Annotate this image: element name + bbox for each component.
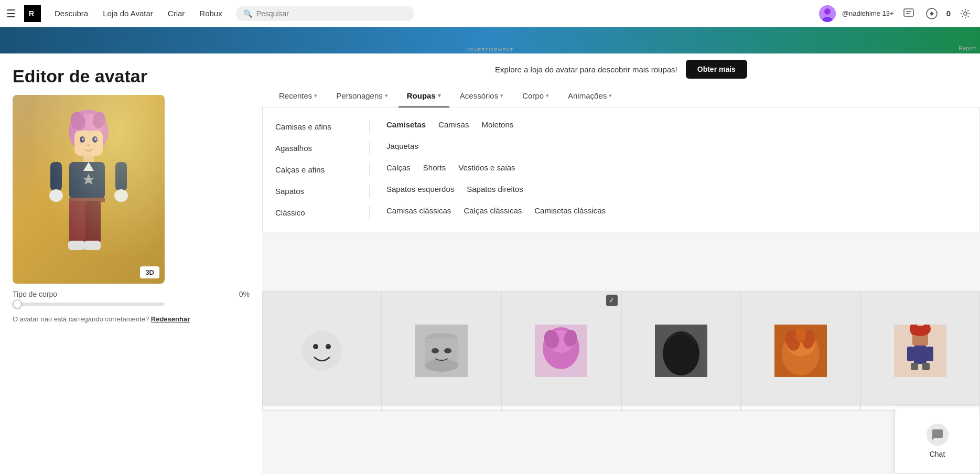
item-sapatos-dir[interactable]: Sapatos direitos — [467, 185, 523, 193]
main-content: Editor de avatar — [0, 53, 980, 474]
item-preview — [622, 292, 740, 410]
item-label — [622, 406, 740, 410]
chevron-down-icon: ▾ — [314, 92, 317, 99]
report-link[interactable]: Report — [959, 45, 976, 51]
svg-point-76 — [432, 348, 439, 353]
list-item[interactable]: ✓ — [501, 291, 621, 411]
chat-panel[interactable]: Chat — [895, 407, 980, 474]
search-bar: 🔍 — [236, 6, 414, 21]
nav-tabs: Recentes ▾ Personagens ▾ Roupas ▾ Acessó… — [262, 85, 980, 107]
left-panel: Editor de avatar — [0, 53, 262, 474]
svg-rect-95 — [907, 347, 914, 361]
svg-point-77 — [444, 348, 451, 353]
slider-thumb[interactable] — [13, 299, 22, 309]
item-label — [502, 406, 620, 410]
dropdown-items-classico: Camisas clássicas Calças clássicas Camis… — [370, 206, 606, 215]
body-type-slider[interactable] — [13, 303, 165, 306]
dropdown-row-agasalhos: Agasalhos Jaquetas — [263, 137, 979, 159]
chat-label: Chat — [930, 450, 945, 458]
list-item[interactable] — [860, 291, 980, 411]
category-calcas[interactable]: Calças e afins — [275, 163, 370, 176]
category-camisas[interactable]: Camisas e afins — [275, 120, 370, 133]
chevron-down-icon: ▾ — [609, 92, 612, 99]
svg-rect-97 — [911, 363, 918, 370]
item-label — [861, 406, 979, 410]
item-shorts[interactable]: Shorts — [423, 163, 446, 172]
item-preview — [741, 292, 860, 410]
robux-display: 0 — [946, 9, 951, 18]
nav-avatar-shop[interactable]: Loja do Avatar — [98, 6, 158, 21]
body-type-label: Tipo de corpo — [13, 290, 57, 298]
svg-point-69 — [302, 331, 342, 371]
dropdown-items-calcas: Calças Shorts Vestidos e saias — [370, 163, 515, 172]
svg-point-71 — [326, 344, 331, 349]
header-right: @nadiehime 13+ 0 — [819, 5, 974, 22]
item-camisetas[interactable]: Camisetas — [386, 120, 426, 129]
list-item[interactable] — [621, 291, 741, 411]
roupas-dropdown: Camisas e afins Camisetas Camisas Moleto… — [262, 107, 980, 232]
item-vestidos[interactable]: Vestidos e saias — [458, 163, 515, 172]
svg-rect-5 — [904, 9, 913, 16]
body-type-pct: 0% — [239, 290, 250, 298]
svg-rect-94 — [914, 346, 927, 364]
category-classico[interactable]: Clássico — [275, 206, 370, 219]
item-sapatos-esq[interactable]: Sapatos esquerdos — [386, 185, 454, 193]
nav-discover[interactable]: Descubra — [49, 6, 93, 21]
tab-personagens[interactable]: Personagens ▾ — [328, 85, 396, 107]
tab-recentes[interactable]: Recentes ▾ — [271, 85, 326, 107]
category-sapatos[interactable]: Sapatos — [275, 185, 370, 198]
avatar-error: O avatar não está carregando corretament… — [13, 314, 250, 325]
item-calcas[interactable]: Calças — [386, 163, 411, 172]
item-moletons[interactable]: Moletons — [481, 120, 513, 129]
search-icon: 🔍 — [243, 9, 252, 18]
roblox-icon[interactable] — [923, 5, 940, 22]
dropdown-items-agasalhos: Jaquetas — [370, 142, 418, 150]
item-calcas-classicas[interactable]: Calças clássicas — [464, 206, 522, 215]
search-input[interactable] — [256, 9, 407, 18]
ad-banner: ADVERTISEMENT Report — [0, 27, 980, 53]
category-agasalhos[interactable]: Agasalhos — [275, 142, 370, 155]
chevron-down-icon: ▾ — [385, 92, 388, 99]
avatar — [819, 5, 836, 22]
page-title: Editor de avatar — [13, 66, 250, 87]
hamburger-icon[interactable]: ☰ — [6, 7, 16, 20]
item-camisetas-classicas[interactable]: Camisetas clássicas — [534, 206, 606, 215]
list-item[interactable] — [382, 291, 501, 411]
nav-create[interactable]: Criar — [163, 6, 190, 21]
svg-text:R: R — [29, 9, 34, 18]
item-label — [263, 406, 381, 410]
settings-icon[interactable] — [957, 5, 974, 22]
logo[interactable]: R — [24, 5, 41, 22]
header: ☰ R Descubra Loja do Avatar Criar Robux … — [0, 0, 980, 27]
promo-bar: Explore a loja do avatar para descobrir … — [262, 53, 980, 85]
redraw-button[interactable]: Redesenhar — [151, 315, 190, 323]
svg-point-75 — [425, 359, 458, 372]
obter-mais-button[interactable]: Obter mais — [686, 60, 747, 79]
tab-corpo[interactable]: Corpo ▾ — [514, 85, 557, 107]
tab-acessorios[interactable]: Acessórios ▾ — [451, 85, 512, 107]
svg-point-3 — [824, 8, 831, 15]
item-jaquetas[interactable]: Jaquetas — [386, 142, 418, 150]
item-camisas[interactable]: Camisas — [438, 120, 469, 129]
svg-rect-96 — [927, 347, 933, 361]
svg-point-9 — [964, 12, 967, 15]
item-label — [382, 406, 501, 410]
list-item[interactable] — [741, 291, 860, 411]
tab-roupas[interactable]: Roupas ▾ — [399, 85, 449, 107]
error-text: O avatar não está carregando corretament… — [13, 315, 149, 323]
selected-check-icon: ✓ — [606, 295, 618, 306]
tab-animacoes[interactable]: Animações ▾ — [559, 85, 620, 107]
list-item[interactable] — [262, 291, 382, 411]
item-preview — [382, 292, 501, 410]
item-camisas-classicas[interactable]: Camisas clássicas — [386, 206, 451, 215]
dropdown-row-calcas: Calças e afins Calças Shorts Vestidos e … — [263, 159, 979, 180]
main-nav: Descubra Loja do Avatar Criar Robux — [49, 6, 228, 21]
robux-count: 0 — [946, 9, 951, 18]
item-preview — [861, 292, 979, 410]
chevron-down-icon: ▾ — [438, 92, 441, 99]
chat-icon-btn[interactable] — [900, 5, 917, 22]
3d-badge[interactable]: 3D — [140, 266, 159, 278]
dropdown-row-camisas: Camisas e afins Camisetas Camisas Moleto… — [263, 116, 979, 137]
dropdown-row-sapatos: Sapatos Sapatos esquerdos Sapatos direit… — [263, 180, 979, 202]
nav-robux[interactable]: Robux — [194, 6, 227, 21]
